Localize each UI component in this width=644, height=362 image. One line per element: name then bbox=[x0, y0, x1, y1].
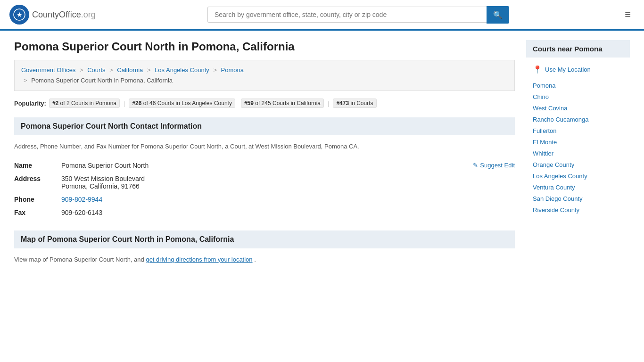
breadcrumb-sep-2: > bbox=[109, 66, 113, 74]
breadcrumb-sep-5: > bbox=[24, 77, 27, 84]
fax-label: Fax bbox=[14, 206, 61, 219]
sidebar-item-san-diego-county: San Diego County bbox=[526, 193, 630, 204]
search-button[interactable]: 🔍 bbox=[487, 6, 509, 24]
fax-row: Fax 909-620-6143 bbox=[14, 206, 515, 219]
sidebar-item-ventura-county: Ventura County bbox=[526, 181, 630, 193]
sidebar-link-san-diego-county[interactable]: San Diego County bbox=[533, 195, 583, 202]
page-title: Pomona Superior Court North in Pomona, C… bbox=[14, 40, 515, 53]
sidebar-link-ventura-county[interactable]: Ventura County bbox=[533, 184, 575, 191]
address-label: Address bbox=[14, 172, 61, 193]
sidebar-link-fullerton[interactable]: Fullerton bbox=[533, 127, 557, 134]
sidebar-link-riverside-county[interactable]: Riverside County bbox=[533, 206, 579, 214]
breadcrumb: Government Offices > Courts > California… bbox=[14, 60, 515, 91]
sidebar-link-pomona[interactable]: Pomona bbox=[533, 82, 555, 89]
breadcrumb-sep-1: > bbox=[80, 66, 83, 74]
breadcrumb-government-offices[interactable]: Government Offices bbox=[21, 66, 75, 74]
sidebar-item-pomona: Pomona bbox=[526, 80, 630, 91]
menu-icon: ≡ bbox=[625, 8, 631, 20]
nearby-list: Pomona Chino West Covina Rancho Cucamong… bbox=[526, 80, 630, 215]
map-section: Map of Pomona Superior Court North in Po… bbox=[14, 230, 515, 264]
breadcrumb-los-angeles-county[interactable]: Los Angeles County bbox=[155, 66, 209, 74]
use-my-location-button[interactable]: 📍 Use My Location bbox=[526, 62, 630, 77]
edit-icon: ✎ bbox=[473, 162, 478, 169]
sidebar-item-los-angeles-county: Los Angeles County bbox=[526, 170, 630, 181]
contact-description: Address, Phone Number, and Fax Number fo… bbox=[14, 142, 515, 151]
phone-value: 909-802-9944 bbox=[61, 193, 515, 206]
breadcrumb-california[interactable]: California bbox=[117, 66, 143, 74]
address-value: 350 West Mission Boulevard Pomona, Calif… bbox=[61, 172, 515, 193]
svg-text:★: ★ bbox=[17, 11, 23, 18]
menu-button[interactable]: ≡ bbox=[621, 7, 635, 23]
contact-section: Pomona Superior Court North Contact Info… bbox=[14, 117, 515, 219]
sidebar-item-riverside-county: Riverside County bbox=[526, 204, 630, 215]
logo[interactable]: ★ CountyOffice.org bbox=[9, 5, 96, 25]
address-row: Address 350 West Mission Boulevard Pomon… bbox=[14, 172, 515, 193]
sidebar-item-rancho-cucamonga: Rancho Cucamonga bbox=[526, 114, 630, 125]
sidebar-item-orange-county: Orange County bbox=[526, 159, 630, 170]
popularity-label: Popularity: bbox=[14, 100, 46, 107]
popularity-rank3: #59 of 245 Courts in California bbox=[241, 99, 324, 108]
search-input[interactable] bbox=[207, 7, 487, 23]
logo-icon: ★ bbox=[9, 5, 29, 25]
breadcrumb-sep-4: > bbox=[213, 66, 217, 74]
breadcrumb-courts[interactable]: Courts bbox=[87, 66, 105, 74]
contact-section-header: Pomona Superior Court North Contact Info… bbox=[14, 117, 515, 135]
name-label: Name bbox=[14, 159, 61, 172]
pop-divider-2: | bbox=[328, 100, 329, 107]
sidebar-link-los-angeles-county[interactable]: Los Angeles County bbox=[533, 173, 587, 180]
popularity-bar: Popularity: #2 of 2 Courts in Pomona | #… bbox=[14, 99, 515, 108]
sidebar-link-el-monte[interactable]: El Monte bbox=[533, 139, 557, 146]
main-container: Pomona Superior Court North in Pomona, C… bbox=[0, 31, 644, 285]
breadcrumb-sep-3: > bbox=[147, 66, 151, 74]
sidebar-link-chino[interactable]: Chino bbox=[533, 93, 549, 100]
popularity-rank1: #2 of 2 Courts in Pomona bbox=[49, 99, 120, 108]
sidebar-item-chino: Chino bbox=[526, 91, 630, 102]
breadcrumb-pomona[interactable]: Pomona bbox=[221, 66, 244, 74]
sidebar: Courts near Pomona 📍 Use My Location Pom… bbox=[526, 40, 630, 275]
location-pin-icon: 📍 bbox=[533, 65, 542, 74]
sidebar-item-west-covina: West Covina bbox=[526, 102, 630, 114]
breadcrumb-current: Pomona Superior Court North in Pomona, C… bbox=[31, 77, 173, 84]
phone-label: Phone bbox=[14, 193, 61, 206]
sidebar-link-orange-county[interactable]: Orange County bbox=[533, 161, 574, 168]
popularity-rank2: #26 of 46 Courts in Los Angeles County bbox=[129, 99, 235, 108]
popularity-rank4: #473 in Courts bbox=[333, 99, 376, 108]
sidebar-link-west-covina[interactable]: West Covina bbox=[533, 105, 567, 112]
pop-divider-1: | bbox=[124, 100, 125, 107]
sidebar-link-whittier[interactable]: Whittier bbox=[533, 150, 553, 157]
directions-link[interactable]: get driving directions from your locatio… bbox=[146, 256, 252, 263]
content-area: Pomona Superior Court North in Pomona, C… bbox=[14, 40, 515, 275]
phone-row: Phone 909-802-9944 bbox=[14, 193, 515, 206]
name-value: Pomona Superior Court North ✎ Suggest Ed… bbox=[61, 159, 515, 172]
logo-text: CountyOffice.org bbox=[32, 10, 96, 20]
sidebar-item-whittier: Whittier bbox=[526, 148, 630, 159]
contact-table: Name Pomona Superior Court North ✎ Sugge… bbox=[14, 159, 515, 219]
site-header: ★ CountyOffice.org 🔍 ≡ bbox=[0, 0, 644, 31]
search-area: 🔍 bbox=[207, 6, 509, 24]
name-row: Name Pomona Superior Court North ✎ Sugge… bbox=[14, 159, 515, 172]
map-description: View map of Pomona Superior Court North,… bbox=[14, 255, 515, 264]
fax-value: 909-620-6143 bbox=[61, 206, 515, 219]
search-icon: 🔍 bbox=[493, 11, 503, 19]
map-section-header: Map of Pomona Superior Court North in Po… bbox=[14, 230, 515, 248]
sidebar-item-el-monte: El Monte bbox=[526, 136, 630, 148]
sidebar-title: Courts near Pomona bbox=[526, 40, 630, 58]
sidebar-item-fullerton: Fullerton bbox=[526, 125, 630, 136]
sidebar-link-rancho-cucamonga[interactable]: Rancho Cucamonga bbox=[533, 116, 589, 123]
suggest-edit-button[interactable]: ✎ Suggest Edit bbox=[473, 162, 515, 169]
phone-link[interactable]: 909-802-9944 bbox=[61, 196, 102, 203]
